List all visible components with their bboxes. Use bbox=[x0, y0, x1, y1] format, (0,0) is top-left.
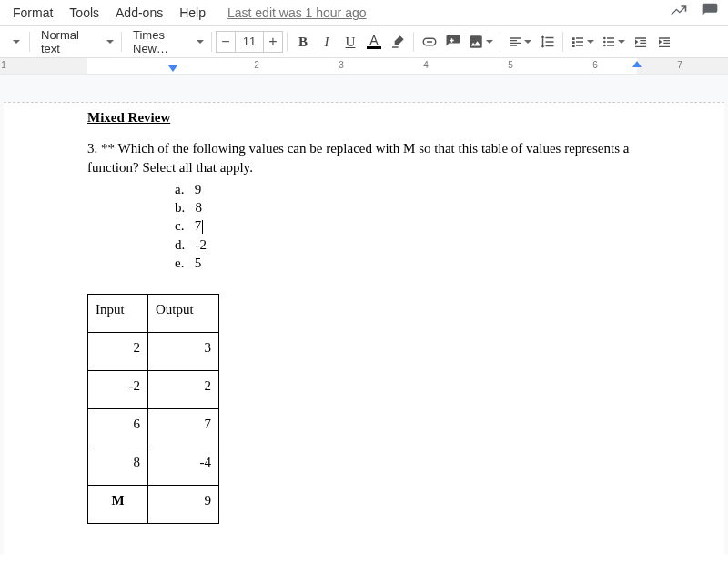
bold-button[interactable]: B bbox=[291, 30, 315, 54]
outdent-button[interactable] bbox=[629, 30, 652, 54]
bulleted-list-button[interactable] bbox=[598, 30, 629, 54]
table-row: M9 bbox=[88, 486, 219, 524]
values-table: Input Output 23 -22 67 8-4 M9 bbox=[87, 294, 219, 524]
align-button[interactable] bbox=[504, 30, 535, 54]
indent-button[interactable] bbox=[652, 30, 676, 54]
table-header-output: Output bbox=[148, 295, 219, 333]
insert-image-button[interactable] bbox=[465, 30, 496, 54]
svg-point-2 bbox=[603, 45, 606, 47]
chevron-down-icon bbox=[524, 40, 531, 44]
text-color-letter: A bbox=[369, 35, 378, 45]
menu-tools[interactable]: Tools bbox=[62, 2, 106, 24]
ruler-number: 7 bbox=[677, 60, 682, 70]
chevron-down-icon bbox=[106, 40, 114, 44]
line-spacing-button[interactable] bbox=[535, 30, 559, 54]
indent-marker-right[interactable] bbox=[632, 61, 642, 67]
section-heading: Mixed Review bbox=[87, 108, 641, 126]
paragraph-style-label: Normal text bbox=[41, 28, 101, 55]
trend-icon[interactable] bbox=[670, 2, 688, 23]
option-c: c. 7 bbox=[175, 216, 641, 235]
svg-point-0 bbox=[603, 37, 606, 40]
font-size-decrease[interactable]: − bbox=[216, 31, 236, 53]
table-row: 8-4 bbox=[88, 447, 219, 486]
indent-marker-left[interactable] bbox=[168, 65, 177, 72]
option-b: b. 8 bbox=[175, 198, 641, 216]
document-area: Mixed Review 3. ** Which of the followin… bbox=[0, 75, 728, 554]
toolbar: Normal text Times New… − 11 + B I U A bbox=[0, 25, 728, 58]
font-family-label: Times New… bbox=[133, 28, 191, 55]
underline-button[interactable]: U bbox=[339, 30, 362, 54]
ruler-number: 1 bbox=[1, 60, 6, 70]
ruler-number: 6 bbox=[592, 60, 598, 70]
italic-button[interactable]: I bbox=[315, 30, 339, 54]
chevron-down-icon bbox=[486, 40, 493, 44]
table-row: 67 bbox=[88, 409, 219, 447]
answer-options: a. 9 b. 8 c. 7 d. -2 e. 5 bbox=[175, 180, 641, 272]
insert-link-button[interactable] bbox=[418, 30, 441, 54]
ruler-number: 4 bbox=[423, 60, 429, 70]
last-edit-link[interactable]: Last edit was 1 hour ago bbox=[215, 5, 367, 20]
table-header-input: Input bbox=[88, 295, 148, 333]
menu-format[interactable]: Format bbox=[5, 2, 60, 24]
more-button[interactable] bbox=[2, 30, 25, 54]
menu-bar: Format Tools Add-ons Help Last edit was … bbox=[0, 0, 728, 25]
svg-point-1 bbox=[603, 41, 606, 44]
menu-addons[interactable]: Add-ons bbox=[108, 2, 170, 24]
add-comment-button[interactable] bbox=[441, 30, 465, 54]
chevron-down-icon bbox=[618, 40, 625, 44]
option-e: e. 5 bbox=[175, 254, 641, 272]
option-d: d. -2 bbox=[175, 236, 641, 254]
font-size-control: − 11 + bbox=[216, 31, 283, 53]
option-a: a. 9 bbox=[175, 180, 641, 198]
chevron-down-icon bbox=[587, 40, 594, 44]
question-text: 3. ** Which of the following values can … bbox=[87, 139, 641, 176]
checklist-button[interactable] bbox=[567, 30, 598, 54]
font-size-input[interactable]: 11 bbox=[236, 31, 263, 53]
chevron-down-icon bbox=[197, 40, 204, 44]
table-row: 23 bbox=[88, 333, 219, 371]
text-color-button[interactable]: A bbox=[362, 30, 386, 54]
font-family-dropdown[interactable]: Times New… bbox=[126, 30, 207, 54]
ruler-number: 3 bbox=[339, 60, 344, 70]
ruler-number: 2 bbox=[254, 60, 259, 70]
comment-icon[interactable] bbox=[701, 2, 719, 23]
highlight-button[interactable] bbox=[386, 30, 410, 54]
paragraph-style-dropdown[interactable]: Normal text bbox=[34, 30, 117, 54]
ruler-number: 5 bbox=[508, 60, 513, 70]
document-page[interactable]: Mixed Review 3. ** Which of the followin… bbox=[4, 102, 724, 554]
table-row: -22 bbox=[88, 371, 219, 409]
text-color-bar bbox=[367, 46, 381, 49]
font-size-increase[interactable]: + bbox=[263, 31, 283, 53]
text-cursor bbox=[202, 220, 203, 234]
ruler[interactable]: 1 2 3 4 5 6 7 bbox=[0, 58, 728, 75]
menu-help[interactable]: Help bbox=[172, 2, 213, 24]
